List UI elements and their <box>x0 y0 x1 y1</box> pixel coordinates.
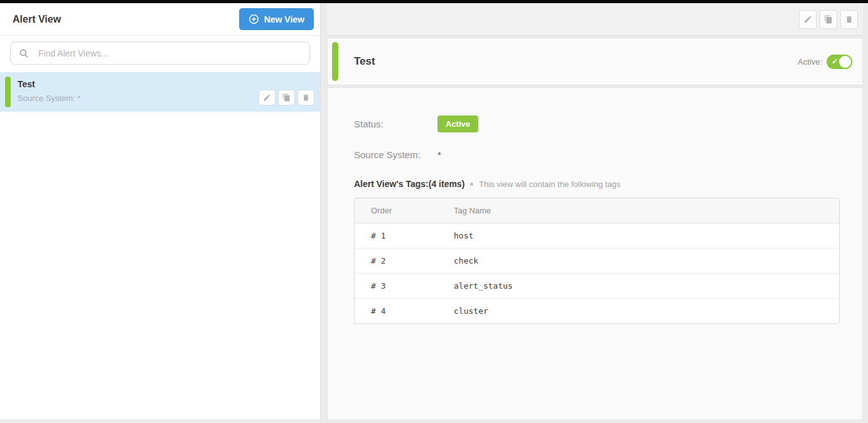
table-row: # 2check <box>355 249 839 274</box>
tag-name-cell: check <box>437 249 839 274</box>
source-system-value: * <box>437 149 441 160</box>
active-label: Active: <box>798 57 822 67</box>
detail-body: Status: Active Source System: * Alert Vi… <box>327 87 863 419</box>
checkmark-icon: ✓ <box>832 57 838 66</box>
table-row: # 1host <box>355 223 839 249</box>
sidebar: Alert View New View <box>0 3 321 419</box>
status-label: Status: <box>354 119 437 129</box>
tag-name-cell: host <box>437 223 839 249</box>
pencil-icon <box>803 15 812 24</box>
copy-view-button[interactable] <box>820 10 837 29</box>
status-badge: Active <box>437 115 478 132</box>
selected-accent-bar <box>5 77 11 107</box>
tags-table: Order Tag Name # 1host# 2check# 3alert_s… <box>354 198 840 324</box>
search-box <box>10 41 310 65</box>
edit-view-button[interactable] <box>799 10 817 29</box>
delete-view-button[interactable] <box>840 10 858 29</box>
active-toggle[interactable]: ✓ <box>827 55 852 69</box>
tag-name-cell: cluster <box>437 299 839 323</box>
search-area <box>0 36 320 72</box>
tag-name-cell: alert_status <box>437 274 839 299</box>
trash-icon <box>845 15 854 24</box>
delete-button[interactable] <box>297 90 314 105</box>
order-cell: # 4 <box>355 299 437 323</box>
list-item-actions <box>259 90 314 105</box>
page-title: Alert View <box>13 14 61 25</box>
detail-title: Test <box>354 55 375 68</box>
edit-button[interactable] <box>259 90 276 105</box>
status-row: Status: Active <box>354 115 840 132</box>
plus-circle-icon <box>249 14 259 24</box>
new-view-button[interactable]: New View <box>239 8 314 30</box>
source-system-label: Source System: <box>354 149 437 160</box>
table-row: # 3alert_status <box>355 274 839 299</box>
copy-icon <box>824 15 833 24</box>
list-item-test[interactable]: Test Source System: * <box>0 72 320 112</box>
detail-header-card: Test Active: ✓ <box>327 38 863 85</box>
tags-section-title: Alert View's Tags:(4 items) <box>354 179 464 189</box>
tags-section-hint: This view will contain the following tag… <box>479 179 620 189</box>
detail-panel: Test Active: ✓ Status: Active Source Sys… <box>327 3 863 419</box>
tags-table-body: # 1host# 2check# 3alert_status# 4cluster <box>355 223 839 323</box>
header-row: Order Tag Name <box>355 198 839 223</box>
new-view-button-label: New View <box>264 14 304 24</box>
source-system-row: Source System: * <box>354 146 840 163</box>
alert-view-list: Test Source System: * <box>0 72 320 419</box>
list-item-title: Test <box>18 79 314 89</box>
order-cell: # 2 <box>355 249 437 274</box>
search-input[interactable] <box>11 42 309 64</box>
toggle-knob <box>839 56 851 68</box>
order-cell: # 1 <box>355 223 437 249</box>
table-row: # 4cluster <box>355 299 839 323</box>
detail-accent-bar <box>332 42 338 81</box>
tags-section-header: Alert View's Tags:(4 items) This view wi… <box>354 179 840 189</box>
alert-view-app: Alert View New View <box>0 3 868 419</box>
copy-button[interactable] <box>278 90 295 105</box>
detail-toolbar <box>327 3 863 36</box>
tag-name-column-header: Tag Name <box>437 198 839 223</box>
order-column-header: Order <box>355 198 437 223</box>
pencil-icon <box>263 94 271 102</box>
copy-icon <box>282 94 291 102</box>
sidebar-header: Alert View New View <box>0 3 320 36</box>
order-cell: # 3 <box>355 274 437 299</box>
tags-table-header: Order Tag Name <box>355 198 839 223</box>
search-icon <box>19 48 29 58</box>
dot-separator-icon <box>470 183 473 186</box>
active-control: Active: ✓ <box>798 55 852 69</box>
trash-icon <box>302 94 310 102</box>
